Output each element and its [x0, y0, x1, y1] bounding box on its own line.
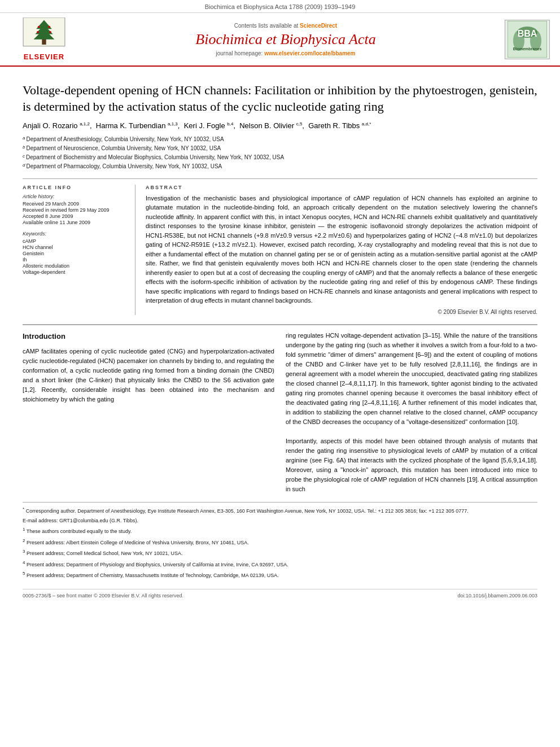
keywords-block: Keywords: cAMP HCN channel Genistein Ih …: [23, 231, 127, 275]
svg-point-6: [48, 26, 50, 28]
contents-label: Contents lists available at: [234, 23, 298, 29]
footnote-email: E-mail address: GRT1@columbia.edu (G.R. …: [23, 517, 537, 525]
article-info-abstract-cols: ARTICLE INFO Article history: Received 2…: [23, 178, 537, 315]
keyword-ih: Ih: [23, 257, 127, 263]
article-info-col: ARTICLE INFO Article history: Received 2…: [23, 185, 135, 315]
author-name: Harma K. Turbendian: [96, 122, 166, 130]
svg-text:Biomembranes: Biomembranes: [513, 47, 542, 51]
author-name: Anjali O. Rozario: [23, 122, 78, 130]
keyword-voltage: Voltage-dependent: [23, 269, 127, 275]
footnote-3: 3 Present address; Cornell Medical Schoo…: [23, 548, 537, 558]
received-revised-date: Received in revised form 29 May 2009: [23, 207, 127, 213]
bba-logo-area: BBA Biomembranes: [493, 20, 550, 59]
introduction-heading: Introduction: [23, 331, 274, 342]
svg-point-8: [49, 31, 51, 33]
body-col-left: Introduction cAMP facilitates opening of…: [23, 331, 274, 495]
keyword-camp: cAMP: [23, 238, 127, 244]
footnote-corresponding: * Corresponding author. Department of An…: [23, 506, 537, 516]
keywords-title: Keywords:: [23, 231, 127, 237]
accepted-date: Accepted 8 June 2009: [23, 213, 127, 219]
intro-paragraph-1: cAMP facilitates opening of cyclic nucle…: [23, 347, 274, 404]
authors-line: Anjali O. Rozario a,1,2, Harma K. Turben…: [23, 121, 537, 130]
affiliation-c: c Department of Biochemistry and Molecul…: [23, 153, 537, 161]
journal-title: Biochimica et Biophysica Acta: [78, 31, 493, 48]
affiliation-d: d Department of Pharmacology, Columbia U…: [23, 162, 537, 171]
footnote-4: 4 Present address; Department of Physiol…: [23, 560, 537, 569]
journal-citation-header: Biochimica et Biophysica Acta 1788 (2009…: [0, 0, 560, 13]
author-affiliation-sup: a,1,2: [80, 121, 90, 126]
history-title: Article history:: [23, 194, 127, 199]
author-name: Nelson B. Olivier: [239, 122, 294, 130]
svg-point-5: [38, 26, 40, 28]
author-affiliation-sup: b,4: [227, 121, 233, 126]
author-name: Keri J. Fogle: [184, 122, 225, 130]
journal-banner: ELSEVIER Contents lists available at Sci…: [0, 13, 560, 67]
article-history-block: Article history: Received 29 March 2009 …: [23, 194, 127, 225]
keyword-genistein: Genistein: [23, 251, 127, 256]
keyword-allosteric: Allosteric modulation: [23, 263, 127, 269]
main-content: Voltage-dependent opening of HCN channel…: [0, 67, 560, 610]
abstract-label: ABSTRACT: [146, 185, 537, 190]
elsevier-tree-icon: [21, 18, 67, 51]
author-affiliation-sup: c,5: [296, 121, 303, 126]
bba-logo-image: BBA Biomembranes: [508, 21, 547, 58]
intro-paragraph-2: ring regulates HCN voltage-dependent act…: [286, 331, 537, 495]
affiliation-a: a Department of Anesthesiology, Columbia…: [23, 135, 537, 143]
received-date: Received 29 March 2009: [23, 201, 127, 207]
journal-title-area: Contents lists available at ScienceDirec…: [78, 23, 493, 56]
author-affiliation-sup: a,d,*: [362, 121, 371, 126]
svg-text:BBA: BBA: [518, 29, 537, 38]
author-affiliation-sup: a,1,3: [168, 121, 178, 126]
svg-point-7: [37, 31, 39, 33]
body-col-right: ring regulates HCN voltage-dependent act…: [286, 331, 537, 495]
elsevier-logo: ELSEVIER: [10, 18, 78, 61]
journal-homepage-line: journal homepage: www.elsevier.com/locat…: [78, 50, 493, 56]
affiliation-b: b Department of Neuroscience, Columbia U…: [23, 144, 537, 152]
available-date: Available online 11 June 2009: [23, 220, 127, 225]
article-info-label: ARTICLE INFO: [23, 185, 127, 190]
author-name: Gareth R. Tibbs: [308, 122, 360, 130]
footer-bar: 0005-2736/$ – see front matter © 2009 El…: [23, 589, 537, 599]
abstract-col: ABSTRACT Investigation of the mechanisti…: [146, 185, 537, 315]
footnote-5: 5 Present address; Department of Chemist…: [23, 570, 537, 580]
homepage-label: journal homepage:: [216, 50, 263, 56]
sciencedirect-line: Contents lists available at ScienceDirec…: [78, 23, 493, 29]
body-two-col: Introduction cAMP facilitates opening of…: [23, 331, 537, 495]
copyright-line: © 2009 Elsevier B.V. All rights reserved…: [146, 309, 537, 315]
article-title: Voltage-dependent opening of HCN channel…: [23, 82, 537, 115]
keyword-hcn: HCN channel: [23, 244, 127, 250]
bba-logo: BBA Biomembranes: [505, 20, 550, 59]
footer-doi: doi:10.1016/j.bbamem.2009.06.003: [457, 593, 537, 599]
abstract-text: Investigation of the mechanistic bases a…: [146, 194, 537, 305]
homepage-url[interactable]: www.elsevier.com/locate/bbamem: [264, 50, 355, 56]
footnote-1: 1 These authors contributed equally to t…: [23, 526, 537, 536]
footnote-2: 2 Present address: Albert Einstein Colle…: [23, 538, 537, 547]
body-section: Introduction cAMP facilitates opening of…: [23, 324, 537, 495]
footnotes-section: * Corresponding author. Department of An…: [23, 502, 537, 580]
elsevier-logo-area: ELSEVIER: [10, 18, 78, 61]
footer-copyright: 0005-2736/$ – see front matter © 2009 El…: [23, 593, 183, 599]
elsevier-wordmark: ELSEVIER: [24, 53, 64, 61]
affiliations-block: a Department of Anesthesiology, Columbia…: [23, 135, 537, 171]
sciencedirect-link[interactable]: ScienceDirect: [300, 23, 337, 29]
